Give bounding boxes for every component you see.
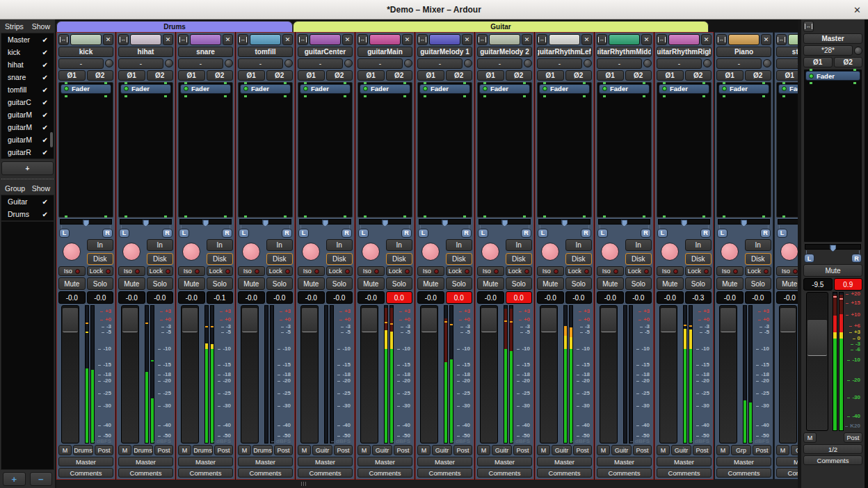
output-button[interactable]: 1/2 [803, 444, 862, 454]
group-assign-button[interactable]: Grp [731, 445, 751, 455]
master-trim-knob[interactable] [854, 47, 862, 55]
gain-fader[interactable] [480, 305, 498, 444]
solo-lock-button[interactable]: Lock [87, 266, 114, 277]
group-tab[interactable]: Guitar [293, 21, 709, 32]
narrow-strip-icon[interactable]: ↔ [537, 34, 547, 45]
hide-strip-icon[interactable]: ✕ [462, 34, 472, 45]
hide-strip-icon[interactable]: ✕ [342, 34, 353, 45]
solo-button[interactable]: Solo [326, 277, 353, 290]
metering-point-button[interactable]: Post [394, 445, 412, 455]
solo-button[interactable]: Solo [446, 277, 473, 290]
gain-fader-handle[interactable] [481, 307, 497, 332]
group-assign-button[interactable]: Guitr [372, 445, 392, 455]
input-selector-button[interactable]: - [597, 58, 642, 69]
trim-knob[interactable] [225, 59, 233, 67]
pan-right-button[interactable]: R [222, 229, 232, 238]
peak-display[interactable]: -0.0 [625, 291, 652, 304]
output-button[interactable]: Master [298, 457, 353, 466]
peak-display[interactable]: -0.0 [326, 291, 353, 304]
hide-strip-icon[interactable]: ✕ [282, 34, 293, 45]
hide-strip-icon[interactable]: ✕ [761, 34, 771, 45]
record-arm-button[interactable] [242, 243, 260, 261]
hide-strip-icon[interactable]: ✕ [163, 34, 173, 45]
strip-color-swatch[interactable] [190, 34, 221, 45]
pan-right-button[interactable]: R [282, 229, 292, 238]
strips-list-item[interactable]: guitarM ✔ [1, 133, 54, 146]
trim-knob[interactable] [464, 59, 472, 67]
comments-button[interactable]: Comments [178, 468, 233, 478]
peak-display[interactable]: -0.0 [147, 291, 174, 304]
metering-point-button[interactable]: Post [513, 445, 532, 455]
strip-color-swatch[interactable] [668, 34, 700, 45]
fader-processor[interactable]: Fader [61, 84, 111, 94]
phase-2-button[interactable]: Ø2 [87, 70, 114, 81]
mute-button[interactable]: Mute [238, 277, 265, 290]
solo-isolate-button[interactable]: Iso [537, 266, 564, 277]
pan-left-button[interactable]: L [597, 229, 608, 238]
monitor-disk-button[interactable]: Disk [685, 253, 712, 265]
hide-strip-icon[interactable]: ✕ [701, 34, 712, 45]
output-button[interactable]: Master [477, 457, 532, 466]
fader-processor[interactable]: Fader [419, 84, 470, 94]
check-icon[interactable]: ✔ [42, 36, 48, 44]
strip-name-button[interactable]: hihat [118, 47, 173, 57]
peak-display[interactable]: -0.3 [685, 291, 712, 304]
processor-active-led[interactable] [303, 86, 308, 91]
master-assign-button[interactable]: M [597, 445, 610, 455]
fader-processor[interactable]: Fader [599, 84, 650, 94]
group-list-item[interactable]: Drums ✔ [1, 208, 54, 220]
comments-button[interactable]: Comments [477, 468, 532, 478]
monitor-input-button[interactable]: In [685, 239, 712, 251]
solo-button[interactable]: Solo [625, 277, 652, 290]
gain-fader[interactable] [600, 305, 618, 444]
narrow-strip-icon[interactable]: ↔ [716, 34, 727, 45]
pan-slider[interactable] [419, 219, 471, 225]
processor-active-led[interactable] [602, 86, 607, 91]
output-button[interactable]: Master [597, 457, 652, 466]
pan-left-button[interactable]: L [298, 229, 309, 238]
phase-2-button[interactable]: Ø2 [446, 70, 473, 81]
fader-processor[interactable]: Fader [180, 84, 231, 94]
hide-strip-icon[interactable]: ✕ [402, 34, 412, 45]
phase-1-button[interactable]: Ø1 [597, 70, 624, 81]
pan-left-button[interactable]: L [239, 229, 249, 238]
metering-point-button[interactable]: Post [214, 445, 233, 455]
narrow-strip-icon[interactable]: ↔ [298, 34, 308, 45]
solo-isolate-button[interactable]: Iso [716, 266, 744, 277]
check-icon[interactable]: ✔ [42, 136, 48, 144]
narrow-strip-icon[interactable]: ↔ [118, 34, 129, 45]
mute-button[interactable]: Mute [537, 277, 564, 290]
pan-right-button[interactable]: R [700, 229, 711, 238]
group-assign-button[interactable]: Drums [252, 445, 273, 455]
pan-slider[interactable] [479, 219, 531, 225]
gain-fader[interactable] [659, 305, 677, 444]
strip-color-swatch[interactable] [310, 34, 341, 45]
mute-button[interactable]: Mute [597, 277, 624, 290]
processor-active-led[interactable] [64, 86, 69, 91]
monitor-input-button[interactable]: In [565, 239, 593, 251]
gain-display[interactable]: -0.0 [597, 291, 624, 304]
mute-button[interactable]: Mute [178, 277, 205, 290]
peak-display[interactable]: -0.0 [565, 291, 593, 304]
phase-1-button[interactable]: Ø1 [417, 70, 444, 81]
processor-box[interactable]: Fader [657, 82, 712, 218]
gain-fader-handle[interactable] [721, 307, 736, 332]
input-selector-button[interactable]: - [118, 58, 163, 69]
gain-display[interactable]: -0.0 [238, 291, 265, 304]
pan-left-button[interactable]: L [777, 229, 787, 238]
gain-fader-handle[interactable] [780, 307, 796, 332]
strips-list-item[interactable]: guitarM ✔ [1, 121, 54, 133]
strips-list-item[interactable]: tomfill ✔ [1, 83, 54, 96]
gain-fader[interactable] [61, 305, 79, 444]
fader-processor[interactable]: Fader [778, 84, 798, 94]
input-selector-button[interactable]: - [357, 58, 403, 69]
gain-display[interactable]: -0.0 [417, 291, 444, 304]
add-strip-button[interactable]: + [1, 161, 54, 175]
mute-button[interactable]: Mute [716, 277, 744, 290]
comments-button[interactable]: Comments [238, 468, 293, 478]
phase-1-button[interactable]: Ø1 [477, 70, 504, 81]
narrow-strip-icon[interactable]: ↔ [803, 21, 814, 32]
strips-list-scrollbar[interactable] [50, 132, 53, 147]
monitor-disk-button[interactable]: Disk [745, 253, 772, 265]
monitor-input-button[interactable]: In [625, 239, 652, 251]
